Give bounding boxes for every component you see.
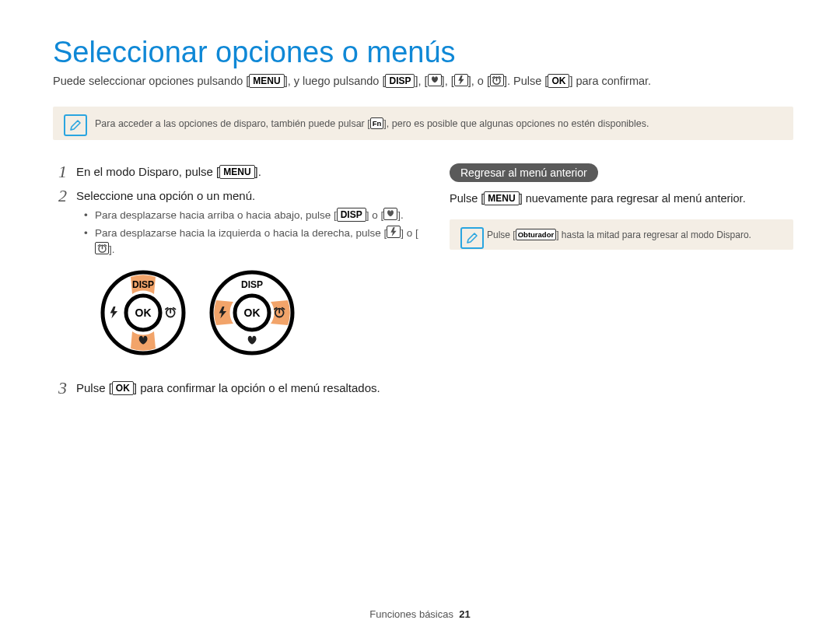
page-footer: Funciones básicas 21 — [0, 608, 840, 620]
dial-ok-label: OK — [244, 306, 261, 319]
key-shutter: Obturador — [516, 229, 556, 240]
right-column: Regresar al menú anterior Pulse [MENU] n… — [450, 163, 793, 403]
dial-disp-label: DISP — [241, 279, 263, 290]
dial-disp-label: DISP — [132, 279, 154, 290]
key-ok: OK — [548, 74, 569, 88]
macro-icon — [383, 208, 397, 220]
key-fn: Fn — [370, 117, 384, 129]
key-disp: DISP — [385, 74, 415, 88]
section-heading-pill: Regresar al menú anterior — [450, 163, 598, 182]
list-item: Para desplazarse hacia la izquierda o ha… — [87, 226, 418, 258]
flash-icon — [454, 74, 468, 86]
intro-paragraph: Puede seleccionar opciones pulsando [MEN… — [53, 74, 793, 88]
nav-dials: DISP OK DISP OK — [100, 269, 418, 356]
key-menu: MENU — [249, 74, 284, 88]
note-icon — [460, 227, 484, 249]
macro-icon — [428, 74, 442, 86]
nav-dial-updown: DISP OK — [100, 269, 187, 356]
step-3: 3 Pulse [OK] para confirmar la opción o … — [53, 380, 418, 398]
timer-icon — [490, 74, 504, 86]
nav-dial-leftright: DISP OK — [208, 269, 296, 356]
key-ok: OK — [112, 381, 134, 395]
step-2: 2 Seleccione una opción o un menú. Para … — [53, 187, 418, 373]
dial-ok-label: OK — [135, 306, 152, 319]
return-text: Pulse [MENU] nuevamente para regresar al… — [450, 191, 793, 205]
note-icon — [64, 114, 87, 136]
left-column: 1 En el modo Disparo, pulse [MENU]. 2 Se… — [53, 163, 418, 403]
list-item: Para desplazarse hacia arriba o hacia ab… — [87, 208, 418, 224]
key-menu: MENU — [484, 191, 519, 205]
tip-box-right: Pulse [Obturador] hasta la mitad para re… — [450, 219, 793, 250]
key-menu: MENU — [219, 165, 254, 179]
tip-box-top: Para acceder a las opciones de disparo, … — [53, 107, 793, 140]
step-1: 1 En el modo Disparo, pulse [MENU]. — [53, 163, 418, 181]
key-disp: DISP — [337, 208, 366, 222]
flash-icon — [387, 226, 401, 238]
page-title: Seleccionar opciones o menús — [53, 36, 793, 69]
timer-icon — [95, 242, 109, 254]
